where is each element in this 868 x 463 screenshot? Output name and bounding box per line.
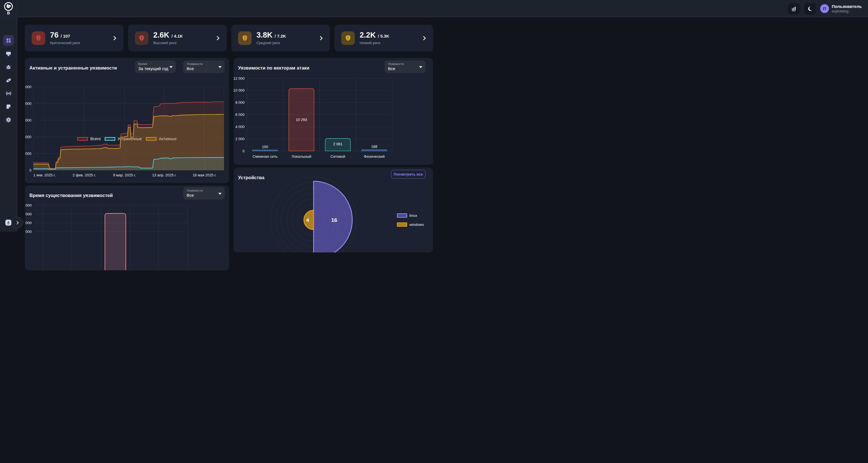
stat-label: Критический риск bbox=[50, 41, 80, 45]
exploitdog-logo-icon[interactable] bbox=[4, 2, 13, 11]
sidebar-item-devices[interactable] bbox=[3, 48, 14, 59]
stat-value: 2.6K / 4.1K bbox=[153, 31, 183, 40]
sidebar-item-dashboard[interactable] bbox=[3, 35, 14, 46]
stat-value: 3.8K / 7.2K bbox=[256, 31, 286, 40]
chevron-right-icon[interactable] bbox=[319, 36, 323, 41]
legend-item-linux[interactable]: linux bbox=[397, 213, 417, 218]
sidebar-item-vulnerabilities[interactable] bbox=[3, 62, 14, 72]
broadcast-icon bbox=[5, 90, 12, 97]
panel-devices: Устройства Посмотреть все 164 linux wind… bbox=[234, 167, 433, 232]
svg-text:Локальный: Локальный bbox=[291, 154, 311, 159]
stat-label: Средний риск bbox=[256, 41, 286, 45]
gear-icon bbox=[5, 117, 11, 123]
svg-text:8 000: 8 000 bbox=[25, 229, 32, 232]
panel-vuln-lifetime: Время существования уязвимостей Уязвимос… bbox=[25, 185, 229, 232]
svg-text:25 000: 25 000 bbox=[25, 85, 31, 89]
svg-text:Смежная сеть: Смежная сеть bbox=[252, 154, 277, 159]
shield-alert-icon bbox=[135, 31, 149, 45]
legend-swatch bbox=[397, 222, 407, 227]
chevron-right-icon[interactable] bbox=[216, 36, 220, 41]
svg-text:12 000: 12 000 bbox=[234, 76, 245, 81]
divider bbox=[0, 17, 17, 17]
svg-text:4: 4 bbox=[306, 217, 309, 223]
panel-vuln-trend: Активные и устраненные уязвимости Время … bbox=[25, 58, 229, 183]
download-icon bbox=[6, 220, 10, 225]
svg-text:13 апр. 2025 г.: 13 апр. 2025 г. bbox=[152, 173, 177, 177]
vuln-trend-chart[interactable]: 1 янв. 2025 г.2 фев. 2025 г.9 мар. 2025 … bbox=[25, 58, 229, 183]
svg-text:5 000: 5 000 bbox=[25, 152, 31, 156]
svg-text:14 000: 14 000 bbox=[25, 203, 32, 208]
attack-vectors-chart[interactable]: 02 0004 0006 0008 00010 00012 000150Смеж… bbox=[234, 58, 433, 165]
chevron-right-icon[interactable] bbox=[423, 36, 426, 41]
sidebar-expand-button[interactable] bbox=[11, 217, 23, 228]
download-button[interactable] bbox=[5, 220, 11, 225]
shield-alert-icon bbox=[341, 31, 355, 45]
svg-text:Сетевой: Сетевой bbox=[331, 154, 345, 159]
svg-text:6 000: 6 000 bbox=[235, 113, 245, 117]
dashboard-grid-icon bbox=[5, 37, 11, 43]
bug-icon bbox=[5, 64, 11, 70]
shield-alert-icon bbox=[32, 31, 45, 45]
stat-card-high[interactable]: 2.6K / 4.1K Высокий риск bbox=[128, 25, 227, 52]
svg-text:8 000: 8 000 bbox=[235, 100, 245, 104]
svg-text:12 000: 12 000 bbox=[25, 212, 32, 216]
shield-alert-icon bbox=[238, 31, 252, 45]
sidebar-item-patches[interactable] bbox=[3, 75, 14, 86]
svg-text:0: 0 bbox=[243, 149, 245, 153]
svg-text:2 000: 2 000 bbox=[235, 137, 245, 141]
chevron-right-icon[interactable] bbox=[113, 36, 117, 41]
svg-text:2 фев. 2025 г.: 2 фев. 2025 г. bbox=[73, 173, 96, 177]
svg-text:10 000: 10 000 bbox=[25, 135, 31, 139]
stat-card-low[interactable]: 2.2K / 5.3K Низкий риск bbox=[335, 25, 433, 52]
svg-text:Физический: Физический bbox=[364, 154, 385, 159]
svg-text:150: 150 bbox=[262, 145, 268, 149]
document-icon bbox=[5, 103, 11, 110]
sidebar-item-reports[interactable] bbox=[3, 101, 14, 112]
svg-text:20 000: 20 000 bbox=[25, 101, 31, 106]
svg-text:10 000: 10 000 bbox=[234, 88, 245, 92]
stat-label: Низкий риск bbox=[360, 41, 389, 45]
stat-card-critical[interactable]: 76 / 107 Критический риск bbox=[25, 25, 124, 52]
svg-text:18 мая 2025 г.: 18 мая 2025 г. bbox=[192, 173, 216, 177]
svg-text:10 000: 10 000 bbox=[25, 221, 32, 225]
stat-value: 2.2K / 5.3K bbox=[360, 31, 389, 40]
svg-text:10 293: 10 293 bbox=[296, 118, 307, 122]
chevron-right-icon bbox=[15, 220, 20, 225]
monitor-icon bbox=[5, 51, 11, 57]
sidebar: B bbox=[0, 0, 17, 232]
legend-swatch bbox=[397, 213, 407, 218]
panel-attack-vectors: Уязвимости по векторам атаки Уязвимости … bbox=[234, 58, 433, 165]
svg-text:2 061: 2 061 bbox=[333, 142, 343, 146]
workspace-label: B bbox=[0, 11, 17, 15]
devices-polar-chart[interactable]: 164 bbox=[234, 167, 433, 232]
header: П Пользователь exploitdog bbox=[17, 0, 434, 17]
sidebar-item-scanning[interactable] bbox=[3, 88, 14, 99]
svg-text:0: 0 bbox=[29, 168, 31, 173]
stat-card-medium[interactable]: 3.8K / 7.2K Средний риск bbox=[231, 25, 330, 52]
svg-text:16: 16 bbox=[331, 217, 337, 223]
vuln-lifetime-chart[interactable]: 14 00012 00010 0008 000 bbox=[25, 185, 229, 232]
legend-item-windows[interactable]: windows bbox=[397, 222, 424, 227]
stat-label: Высокий риск bbox=[153, 41, 183, 45]
svg-text:4 000: 4 000 bbox=[235, 125, 245, 129]
patch-paw-icon bbox=[5, 77, 12, 84]
svg-text:9 мар. 2025 г.: 9 мар. 2025 г. bbox=[113, 173, 136, 177]
svg-text:1 янв. 2025 г.: 1 янв. 2025 г. bbox=[33, 173, 56, 177]
svg-text:188: 188 bbox=[371, 145, 377, 149]
sidebar-item-settings[interactable] bbox=[3, 115, 14, 125]
stat-value: 76 / 107 bbox=[50, 31, 80, 40]
svg-text:15 000: 15 000 bbox=[25, 118, 31, 122]
